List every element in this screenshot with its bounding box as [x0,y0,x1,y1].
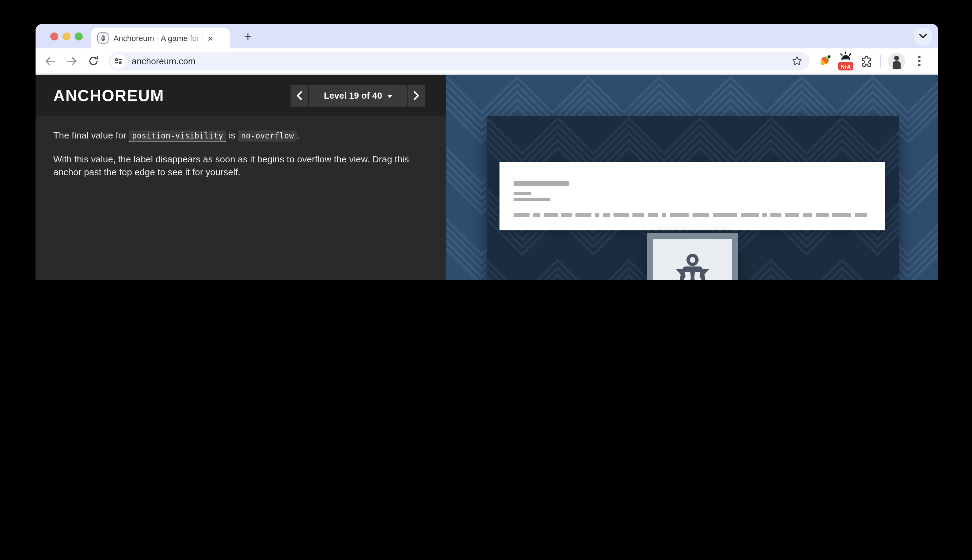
page-content: ANCHOREUM Level 19 of 40 [35,75,938,280]
browser-tab[interactable]: Anchoreum - A game for learn × [91,28,230,48]
skeleton-dash-row [514,213,873,217]
toolbar-extensions: N/A [819,52,927,70]
skeleton-dash [692,213,709,217]
reload-icon[interactable] [86,53,100,68]
skeleton-dash [785,213,799,217]
tab-title: Anchoreum - A game for learn [113,33,204,43]
instruction-sentence: The final value for position-visibility … [53,129,428,142]
label-card [500,162,885,230]
chevron-down-icon [387,95,392,98]
site-settings-icon[interactable] [111,53,126,68]
skeleton-dash [561,213,572,217]
zoom-window-button[interactable] [75,32,83,40]
skeleton-dash [855,213,867,217]
tab-close-icon[interactable]: × [205,32,216,43]
forward-icon[interactable] [64,53,79,68]
game-stage [446,75,938,280]
skeleton-dash [632,213,644,217]
skeleton-bar [514,198,550,201]
extensions-puzzle-icon[interactable] [860,54,873,68]
game-header: ANCHOREUM Level 19 of 40 [35,75,446,117]
property-doc-link[interactable]: position-visibility [129,130,226,142]
skeleton-bar [514,192,531,195]
skeleton-dash [544,213,558,217]
tab-favicon-anchor-icon [97,32,108,43]
color-extension-icon[interactable] [819,55,832,67]
next-level-button[interactable] [408,85,425,106]
skeleton-dash [533,213,540,217]
close-window-button[interactable] [50,32,58,40]
level-select[interactable]: Level 19 of 40 [309,85,407,106]
new-tab-button[interactable]: + [240,28,256,45]
instruction-text: . [297,130,299,140]
skeleton-title-bar [514,181,569,186]
minimize-window-button[interactable] [63,32,70,40]
menu-kebab-icon[interactable] [912,53,927,68]
skeleton-dash [770,213,781,217]
toolbar-divider [880,55,881,67]
na-extension-icon[interactable]: N/A [837,52,855,70]
tab-search-button[interactable] [914,28,932,45]
instruction-paragraph: With this value, the label disappears as… [53,153,413,178]
skeleton-dash [595,213,599,217]
back-icon[interactable] [43,53,58,68]
skeleton-dash [741,213,759,217]
skeleton-dash [514,213,530,217]
bookmark-star-icon[interactable] [791,55,803,67]
skeleton-dash [662,213,666,217]
skeleton-dash [648,213,658,217]
value-code-chip: no-overflow [238,130,297,142]
anchor-draggable[interactable] [647,233,738,280]
screenshot-stage: Anchoreum - A game for learn × + [0,0,972,280]
url-text[interactable]: anchoreum.com [132,56,195,66]
level-navigation: Level 19 of 40 [290,85,425,106]
skeleton-dash [575,213,592,217]
anchoring-view [487,116,899,280]
anchor-icon [669,252,717,280]
skeleton-dash [614,213,629,217]
skeleton-dash [816,213,829,217]
instructions: The final value for position-visibility … [53,129,428,178]
left-panel: ANCHOREUM Level 19 of 40 [35,75,446,280]
level-label: Level 19 of 40 [324,91,382,100]
skeleton-dash [603,213,610,217]
browser-toolbar: anchoreum.com N/A [35,48,938,75]
skeleton-dash [762,213,767,217]
instruction-text: is [226,130,238,140]
skeleton-dash [670,213,689,217]
na-badge: N/A [838,62,854,70]
profile-avatar[interactable] [888,52,905,70]
url-bar[interactable]: anchoreum.com [108,52,810,70]
browser-window: Anchoreum - A game for learn × + [35,24,938,280]
skeleton-dash [832,213,851,217]
tab-strip: Anchoreum - A game for learn × + [35,24,938,48]
page-title: ANCHOREUM [53,86,164,105]
skeleton-dash [713,213,737,217]
instruction-text: The final value for [53,130,129,140]
skeleton-dash [803,213,812,217]
prev-level-button[interactable] [290,85,308,106]
